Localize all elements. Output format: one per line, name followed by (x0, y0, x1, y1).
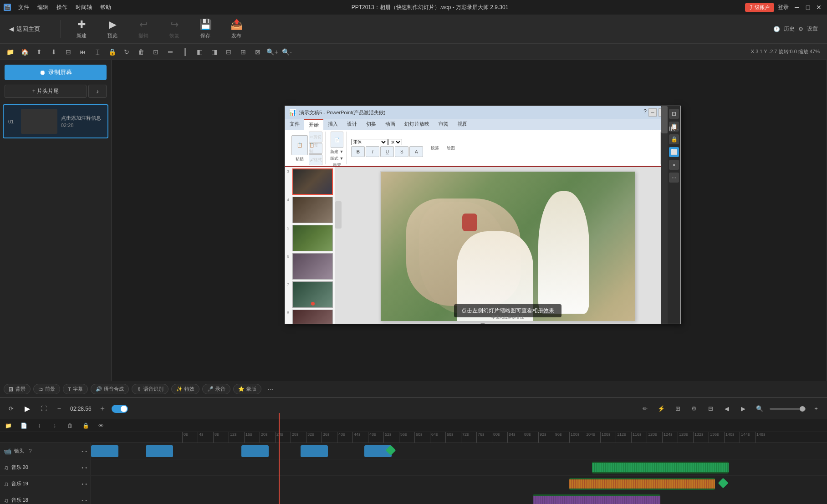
save-button[interactable]: 💾 保存 (195, 19, 215, 39)
strikethrough-btn[interactable]: S (395, 146, 408, 157)
track-tool-foreground[interactable]: 🗂 前景 (33, 384, 60, 394)
dist-equal-icon[interactable]: ⊠ (251, 46, 264, 58)
music20-wave[interactable] (592, 462, 729, 473)
track-tool-pro[interactable]: ⭐ 豪版 (233, 384, 261, 394)
ppt-slide-item-8[interactable]: 8 (287, 310, 333, 324)
track-tool-subtitle[interactable]: T 字幕 (63, 384, 88, 394)
close-button[interactable]: ✕ (814, 3, 823, 12)
ppt-tab-slideshow[interactable]: 幻灯片放映 (400, 119, 434, 130)
login-button[interactable]: 登录 (778, 4, 789, 11)
play-btn[interactable]: ▶ (21, 402, 34, 415)
vertical-scrollbar[interactable] (661, 167, 668, 324)
m19-dot-1[interactable]: • (82, 481, 83, 487)
dist-h-icon[interactable]: ⊟ (222, 46, 235, 58)
shadow-btn[interactable]: A (409, 146, 423, 157)
bold-btn[interactable]: B (351, 146, 365, 157)
home-button[interactable]: ◀ 返回主页 (9, 25, 40, 33)
zoom-tl-out-btn[interactable]: + (810, 402, 822, 415)
menu-help[interactable]: 帮助 (97, 3, 115, 12)
copy-btn[interactable]: 📋复制 (309, 143, 322, 154)
maximize-button[interactable]: □ (803, 3, 812, 12)
delete-icon[interactable]: 🗑 (135, 46, 148, 58)
italic-btn[interactable]: I (366, 146, 379, 157)
ppt-tab-animations[interactable]: 动画 (381, 119, 400, 130)
edit-btn[interactable]: ✏ (638, 402, 651, 415)
settings-label[interactable]: 设置 (807, 25, 818, 33)
rotate-icon[interactable]: ↻ (120, 46, 133, 58)
m18-dot-2[interactable]: • (85, 498, 87, 503)
next-frame-btn[interactable]: ▶ (737, 402, 750, 415)
track-tool-effects[interactable]: ✨ 特效 (171, 384, 199, 394)
align-center-icon[interactable]: ⊟ (62, 46, 75, 58)
cam-dot-2[interactable]: • (85, 448, 87, 454)
ppt-minimize-btn[interactable]: ─ (648, 108, 657, 117)
m20-dot-2[interactable]: • (85, 465, 87, 470)
ppt-tab-transitions[interactable]: 切换 (362, 119, 381, 130)
dist-v-icon[interactable]: ⊞ (237, 46, 250, 58)
align-right-icon[interactable]: ◨ (208, 46, 220, 58)
menu-edit[interactable]: 编辑 (34, 3, 52, 12)
right-panel-btn-more[interactable]: ··· (669, 173, 679, 183)
cam-block-4[interactable] (301, 445, 328, 457)
m18-dot-1[interactable]: • (82, 498, 83, 503)
sep-v-icon[interactable]: ═ (164, 46, 177, 58)
lock-icon[interactable]: 🔒 (106, 46, 118, 58)
upgrade-button[interactable]: 升级账户 (745, 3, 774, 12)
ppt-tab-insert[interactable]: 插入 (323, 119, 342, 130)
redo-button[interactable]: ↪ 恢复 (164, 19, 184, 39)
cam-dot-1[interactable]: • (82, 448, 83, 454)
ctrl-minus[interactable]: － (54, 404, 65, 413)
record-screen-button[interactable]: ⏺ 录制屏幕 (5, 65, 107, 80)
zoom-out-icon[interactable]: 🔍- (281, 46, 293, 58)
fit-btn[interactable]: ⊟ (704, 402, 717, 415)
align-top-icon[interactable]: ⌶ (91, 46, 104, 58)
menu-operate[interactable]: 操作 (53, 3, 71, 12)
font-family-select[interactable]: 宋体 (351, 139, 388, 145)
align-up-icon[interactable]: ⬆ (33, 46, 46, 58)
track-tool-background[interactable]: 🖼 背景 (4, 384, 31, 394)
new-button[interactable]: ✚ 新建 (71, 19, 92, 39)
timeline-zoom-slider[interactable] (770, 408, 806, 410)
cut-btn[interactable]: ✂剪切 (309, 132, 322, 143)
undo-button[interactable]: ↩ 撤销 (133, 19, 153, 39)
add-track-btn[interactable]: 📁 (2, 421, 15, 430)
sep-h-icon[interactable]: ║ (179, 46, 191, 58)
ppt-tab-review[interactable]: 审阅 (434, 119, 453, 130)
ppt-slide-item-6[interactable]: 6 (287, 253, 333, 280)
preview-button[interactable]: ▶ 预览 (102, 19, 123, 39)
ppt-slide-item-7[interactable]: 7 (287, 281, 333, 308)
ppt-slide-item-5[interactable]: 5 (287, 225, 333, 251)
track-ctrl-5[interactable]: 🗑 (64, 421, 77, 430)
home-sm-icon[interactable]: 🏠 (18, 46, 31, 58)
ppt-tab-file[interactable]: 文件 (285, 119, 304, 130)
ppt-tab-design[interactable]: 设计 (342, 119, 362, 130)
format-copy-btn[interactable]: 🖌格式 (309, 154, 322, 165)
minimize-button[interactable]: ─ (792, 3, 801, 12)
menu-timeline[interactable]: 时间轴 (72, 3, 96, 12)
paste-btn[interactable]: 📋 (291, 135, 308, 155)
cam-block-3[interactable] (241, 445, 269, 457)
split-btn[interactable]: ⚡ (655, 402, 668, 415)
fullscreen-btn[interactable]: ⛶ (37, 402, 50, 415)
prev-frame-btn[interactable]: ◀ (720, 402, 733, 415)
cam-block-2[interactable] (146, 445, 173, 457)
music19-wave[interactable] (569, 478, 715, 490)
ppt-help-btn[interactable]: ? (643, 108, 647, 117)
reset-btn[interactable]: ⟳ (5, 402, 17, 415)
crop-icon[interactable]: ⊡ (149, 46, 162, 58)
publish-button[interactable]: 📤 发布 (226, 19, 246, 39)
font-size-select[interactable]: 18 (388, 139, 402, 145)
ctrl-plus[interactable]: ＋ (97, 404, 108, 413)
ppt-tab-home[interactable]: 开始 (304, 119, 323, 130)
track-tools-more[interactable]: ··· (264, 384, 277, 395)
filter-btn[interactable]: ⊞ (671, 402, 684, 415)
track-ctrl-2[interactable]: 📄 (17, 421, 30, 430)
history-label[interactable]: 历史 (784, 25, 795, 33)
align-left-icon[interactable]: ◧ (193, 46, 206, 58)
track-tool-tts[interactable]: 🔊 语音合成 (91, 384, 129, 394)
camera-help-icon[interactable]: ? (29, 448, 32, 454)
add-clip-button[interactable]: + 片头片尾 (5, 85, 87, 98)
zoom-tl-btn[interactable]: 🔍 (753, 402, 766, 415)
ppt-tab-view[interactable]: 视图 (453, 119, 472, 130)
zoom-in-icon[interactable]: 🔍+ (266, 46, 279, 58)
